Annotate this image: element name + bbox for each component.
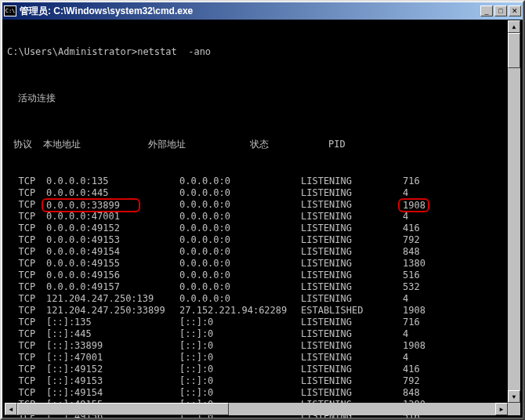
cell-pid: 1908 xyxy=(403,340,442,352)
vertical-scrollbar[interactable]: ▲ ▼ xyxy=(508,20,520,403)
scroll-left-button[interactable]: ◄ xyxy=(5,403,17,415)
maximize-button[interactable]: □ xyxy=(494,5,507,16)
window-controls: _ □ ✕ xyxy=(480,5,521,16)
cell-proto: TCP xyxy=(7,340,46,352)
cell-foreign: [::]:0 xyxy=(179,340,301,352)
cell-foreign: 0.0.0.0:0 xyxy=(179,176,301,187)
cell-foreign: 0.0.0.0:0 xyxy=(179,258,301,270)
cell-proto: TCP xyxy=(7,176,46,187)
cell-state: LISTENING xyxy=(301,176,403,187)
scroll-down-button[interactable]: ▼ xyxy=(508,390,520,403)
cell-local: [::]:49153 xyxy=(46,375,179,387)
cell-proto: TCP xyxy=(7,234,46,246)
cell-foreign: 0.0.0.0:0 xyxy=(179,270,301,281)
connection-row: TCP[::]:33899[::]:0LISTENING1908 xyxy=(7,340,518,352)
cell-proto: TCP xyxy=(7,364,46,375)
cell-state: LISTENING xyxy=(301,352,403,364)
cell-foreign: 0.0.0.0:0 xyxy=(179,281,301,293)
cell-pid: 716 xyxy=(403,176,442,187)
header-local: 本地地址 xyxy=(43,139,148,150)
connection-row: TCP0.0.0.0:491530.0.0.0:0LISTENING792 xyxy=(7,234,518,246)
cell-state: LISTENING xyxy=(301,340,403,352)
cell-state: LISTENING xyxy=(301,364,403,375)
connection-list: TCP0.0.0.0:1350.0.0.0:0LISTENING716 TCP0… xyxy=(7,176,518,418)
header-proto: 协议 xyxy=(7,139,43,150)
cell-state: LISTENING xyxy=(301,211,403,223)
cell-proto: TCP xyxy=(7,258,46,270)
terminal-area[interactable]: C:\Users\Administrator>netstat -ano 活动连接… xyxy=(2,20,523,418)
cell-state: LISTENING xyxy=(301,258,403,270)
cell-local: 121.204.247.250:139 xyxy=(46,293,179,305)
header-foreign: 外部地址 xyxy=(148,139,250,150)
cell-foreign: [::]:0 xyxy=(179,387,301,399)
cell-pid: 532 xyxy=(403,281,442,293)
cell-pid: 848 xyxy=(403,246,442,258)
cell-state: LISTENING xyxy=(301,187,403,199)
cell-pid: 792 xyxy=(403,375,442,387)
connection-row: TCP[::]:135[::]:0LISTENING716 xyxy=(7,317,518,328)
cell-pid: 4 xyxy=(403,211,442,223)
cell-local: [::]:49152 xyxy=(46,364,179,375)
cell-foreign: 0.0.0.0:0 xyxy=(179,223,301,234)
cell-pid: 1908 xyxy=(403,198,442,212)
cell-state: LISTENING xyxy=(301,387,403,399)
cell-local: [::]:49154 xyxy=(46,387,179,399)
scroll-thumb-vertical[interactable] xyxy=(508,33,520,68)
connection-row: TCP[::]:49154[::]:0LISTENING848 xyxy=(7,387,518,399)
connection-row: TCP0.0.0.0:491540.0.0.0:0LISTENING848 xyxy=(7,246,518,258)
scroll-up-button[interactable]: ▲ xyxy=(508,20,520,33)
cell-pid: 516 xyxy=(403,270,442,281)
connection-row: TCP0.0.0.0:491560.0.0.0:0LISTENING516 xyxy=(7,270,518,281)
cell-pid: 416 xyxy=(403,364,442,375)
cell-proto: TCP xyxy=(7,375,46,387)
close-button[interactable]: ✕ xyxy=(509,5,521,16)
cell-foreign: [::]:0 xyxy=(179,375,301,387)
scroll-right-button[interactable]: ► xyxy=(495,403,508,415)
cell-local: 0.0.0.0:47001 xyxy=(46,211,179,223)
cell-foreign: 0.0.0.0:0 xyxy=(179,211,301,223)
cell-state: LISTENING xyxy=(301,317,403,328)
connection-row: TCP[::]:445[::]:0LISTENING4 xyxy=(7,328,518,340)
connection-row: TCP0.0.0.0:491570.0.0.0:0LISTENING532 xyxy=(7,281,518,293)
connection-row: TCP0.0.0.0:470010.0.0.0:0LISTENING4 xyxy=(7,211,518,223)
cell-foreign: [::]:0 xyxy=(179,317,301,328)
connection-row: TCP[::]:47001[::]:0LISTENING4 xyxy=(7,352,518,364)
horizontal-scrollbar[interactable]: ◄ ► xyxy=(5,403,508,415)
cell-proto: TCP xyxy=(7,328,46,340)
cell-proto: TCP xyxy=(7,246,46,258)
cell-state: LISTENING xyxy=(301,375,403,387)
cell-pid: 792 xyxy=(403,234,442,246)
titlebar: C:\ 管理员: C:\Windows\system32\cmd.exe _ □… xyxy=(2,2,523,20)
cell-local: 0.0.0.0:33899 xyxy=(46,198,179,212)
cell-proto: TCP xyxy=(7,317,46,328)
cell-local: [::]:445 xyxy=(46,328,179,340)
connection-row: TCP[::]:49152[::]:0LISTENING416 xyxy=(7,364,518,375)
cell-foreign: [::]:0 xyxy=(179,328,301,340)
cell-state: LISTENING xyxy=(301,281,403,293)
cell-proto: TCP xyxy=(7,387,46,399)
cell-state: LISTENING xyxy=(301,293,403,305)
cell-proto: TCP xyxy=(7,223,46,234)
cell-foreign: 0.0.0.0:0 xyxy=(179,187,301,199)
scroll-thumb-horizontal[interactable] xyxy=(17,403,229,415)
cmd-window: C:\ 管理员: C:\Windows\system32\cmd.exe _ □… xyxy=(0,0,525,420)
cell-local: [::]:47001 xyxy=(46,352,179,364)
highlight-box: 1908 xyxy=(398,198,429,212)
cell-foreign: 0.0.0.0:0 xyxy=(179,234,301,246)
cell-foreign: 0.0.0.0:0 xyxy=(179,246,301,258)
cell-local: 0.0.0.0:49156 xyxy=(46,270,179,281)
cell-state: LISTENING xyxy=(301,199,403,211)
cell-pid: 416 xyxy=(403,223,442,234)
cell-state: LISTENING xyxy=(301,223,403,234)
cell-proto: TCP xyxy=(7,352,46,364)
cell-local: [::]:135 xyxy=(46,317,179,328)
connection-row: TCP0.0.0.0:491550.0.0.0:0LISTENING1380 xyxy=(7,258,518,270)
cell-pid: 4 xyxy=(403,328,442,340)
connection-row: TCP121.204.247.250:1390.0.0.0:0LISTENING… xyxy=(7,293,518,305)
cell-foreign: [::]:0 xyxy=(179,364,301,375)
cell-proto: TCP xyxy=(7,281,46,293)
minimize-button[interactable]: _ xyxy=(480,5,493,16)
cell-local: 0.0.0.0:135 xyxy=(46,176,179,187)
connection-row: TCP0.0.0.0:1350.0.0.0:0LISTENING716 xyxy=(7,176,518,187)
cell-local: 0.0.0.0:49153 xyxy=(46,234,179,246)
